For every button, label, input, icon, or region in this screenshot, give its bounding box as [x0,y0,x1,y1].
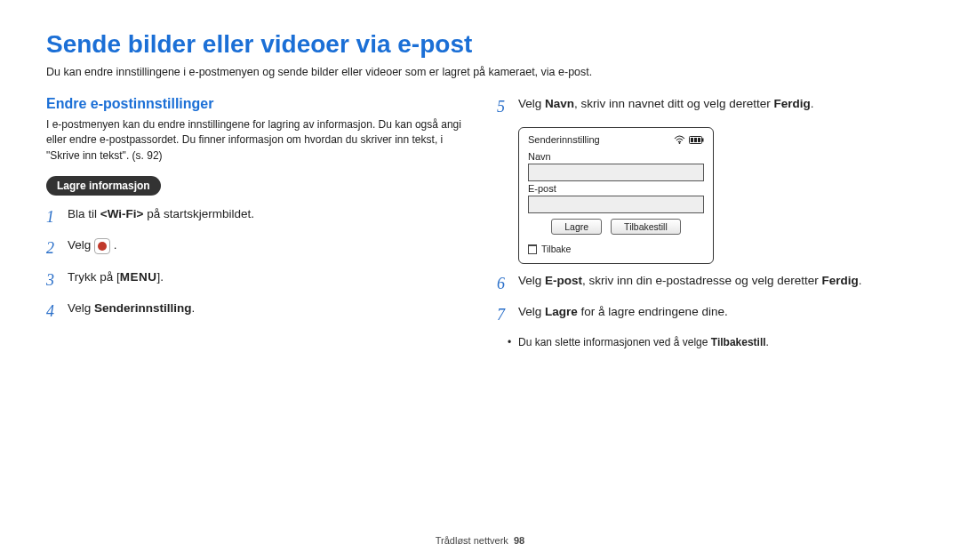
bullet-bold: Tilbakestill [711,336,766,348]
step-1: 1 Bla til <Wi-Fi> på startskjermbildet. [46,206,463,228]
step-5-mid: , skriv inn navnet ditt og velg deretter [574,97,773,110]
step-6-post: . [859,274,862,287]
step-number: 5 [497,96,511,118]
back-label[interactable]: Tilbake [541,244,571,254]
page-title: Sende bilder eller videoer via e-post [46,30,914,59]
step-1-pre: Bla til [68,207,100,220]
email-label: E-post [528,183,704,194]
bullet-pre: Du kan slette informasjonen ved å velge [518,336,711,348]
step-4-bold: Senderinnstilling [94,301,192,315]
step-2-text: Velg [68,238,94,252]
step-number: 2 [46,237,60,260]
step-5-b2: Ferdig [773,97,810,110]
step-3-post: ]. [157,270,164,284]
panel-title: Senderinnstilling [528,134,600,145]
bullet-note: Du kan slette informasjonen ved å velge … [518,336,914,348]
step-number: 7 [497,304,511,326]
step-3-pre: Trykk på [ [68,270,120,284]
right-column: 5 Velg Navn, skriv inn navnet ditt og ve… [497,96,914,348]
step-number: 4 [46,300,60,323]
step-1-post: på startskjermbildet. [143,207,254,220]
step-1-wifi: <Wi-Fi> [100,207,144,220]
intro-text: Du kan endre innstillingene i e-postmeny… [46,66,914,78]
name-label: Navn [528,151,704,162]
footer-section: Trådløst nettverk [436,535,508,546]
trash-icon [528,244,537,254]
step-5-pre: Velg [518,97,545,110]
step-7-post: for å lagre endringene dine. [578,305,728,318]
save-button[interactable]: Lagre [551,219,602,235]
step-7-pre: Velg [518,305,545,318]
page-footer: Trådløst nettverk 98 [0,535,960,546]
svg-rect-5 [698,138,700,142]
step-6-mid: , skriv inn din e-postadresse og velg de… [582,274,821,287]
step-5-b1: Navn [545,97,574,110]
reset-button[interactable]: Tilbakestill [611,219,681,235]
step-4-post: . [192,301,196,315]
step-6: 6 Velg E-post, skriv inn din e-postadres… [497,273,914,295]
step-7: 7 Velg Lagre for å lagre endringene dine… [497,304,914,326]
info-pill: Lagre informasjon [46,176,161,196]
step-4: 4 Velg Senderinnstilling. [46,300,463,323]
step-6-b2: Ferdig [821,274,858,287]
bullet-post: . [766,336,769,348]
step-6-b1: E-post [545,274,582,287]
svg-point-0 [679,142,681,144]
step-number: 3 [46,269,60,292]
svg-rect-2 [702,138,704,141]
step-7-b1: Lagre [545,305,578,318]
name-input[interactable] [528,164,704,181]
battery-icon [689,136,704,144]
sender-settings-panel: Senderinnstilling Navn E-post Lagr [518,127,714,264]
step-number: 1 [46,206,60,228]
sub-description: I e-postmenyen kan du endre innstillinge… [46,117,463,164]
left-column: Endre e-postinnstillinger I e-postmenyen… [46,96,463,348]
email-app-icon [94,238,110,254]
menu-button-label: MENU [120,270,157,284]
step-6-pre: Velg [518,274,545,287]
wifi-icon [674,135,685,144]
footer-page-number: 98 [514,535,524,546]
svg-rect-3 [691,138,693,142]
svg-rect-4 [694,138,697,142]
step-number: 6 [497,273,511,295]
step-4-pre: Velg [68,301,94,315]
sub-heading: Endre e-postinnstillinger [46,96,463,112]
step-2: 2 Velg . [46,237,463,260]
step-3: 3 Trykk på [MENU]. [46,269,463,292]
step-5: 5 Velg Navn, skriv inn navnet ditt og ve… [497,96,914,118]
step-5-post: . [811,97,814,110]
step-2-period: . [114,238,117,252]
email-input[interactable] [528,196,704,213]
